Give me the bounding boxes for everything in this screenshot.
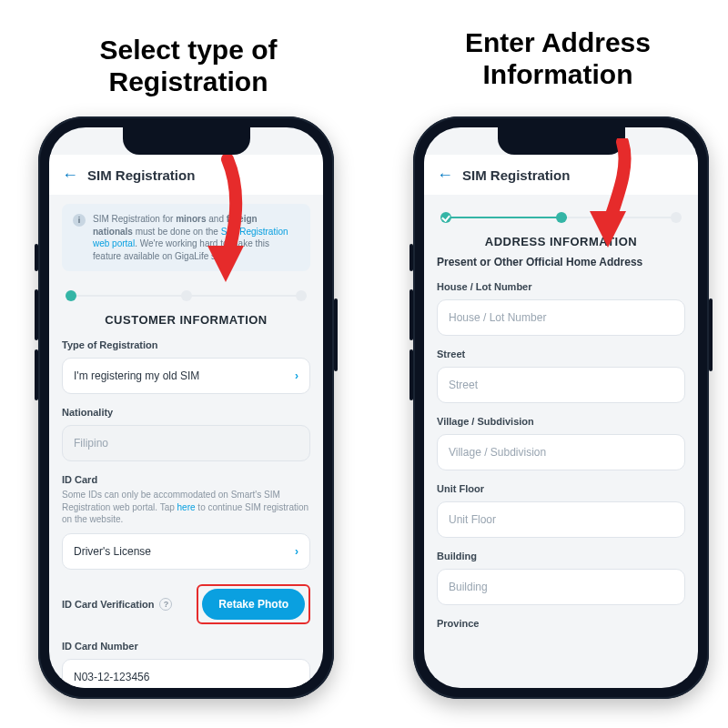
side-button xyxy=(35,289,38,340)
placeholder: House / Lot Number xyxy=(449,311,546,324)
notch xyxy=(123,127,250,155)
street-input[interactable]: Street xyxy=(437,367,685,403)
select-value: I'm registering my old SIM xyxy=(74,369,199,382)
building-input[interactable]: Building xyxy=(437,569,685,605)
label-building: Building xyxy=(437,551,685,561)
side-button xyxy=(35,349,38,400)
step-dot xyxy=(671,212,682,223)
label-idverify: ID Card Verification xyxy=(62,599,154,610)
section-title: ADDRESS INFORMATION xyxy=(437,235,685,248)
select-value: Driver's License xyxy=(74,545,151,558)
label-street: Street xyxy=(437,349,685,359)
label-idcard: ID Card xyxy=(62,474,310,485)
content-right: ADDRESS INFORMATION Present or Other Off… xyxy=(424,195,698,688)
step-dot-active xyxy=(556,212,567,223)
unit-floor-input[interactable]: Unit Floor xyxy=(437,501,685,538)
step-dot xyxy=(66,290,76,301)
caption-right: Enter Address Information xyxy=(408,27,708,90)
retake-photo-button[interactable]: Retake Photo xyxy=(202,589,305,620)
help-icon[interactable]: ? xyxy=(159,598,172,611)
chevron-right-icon: › xyxy=(295,545,298,558)
stepper xyxy=(440,209,682,226)
side-button xyxy=(334,298,338,371)
nationality-field: Filipino xyxy=(62,425,310,461)
phone-right: ← SIM Registration ADDRESS INFORMATION P… xyxy=(413,116,709,699)
chevron-right-icon: › xyxy=(295,369,298,382)
label-type: Type of Registration xyxy=(62,339,310,350)
appbar-title: SIM Registration xyxy=(87,167,195,183)
idcard-help: Some IDs can only be accommodated on Sma… xyxy=(62,489,310,526)
phone-left: ← SIM Registration i SIM Registration fo… xyxy=(38,116,334,699)
placeholder: Building xyxy=(449,581,488,593)
section-subtitle: Present or Other Official Home Address xyxy=(437,256,685,268)
side-button xyxy=(410,244,413,271)
id-card-select[interactable]: Driver's License › xyxy=(62,533,310,570)
label-village: Village / Subdivision xyxy=(437,416,685,427)
field-value: N03-12-123456 xyxy=(74,671,149,683)
screen-left: ← SIM Registration i SIM Registration fo… xyxy=(49,127,323,688)
side-button xyxy=(709,298,713,371)
back-icon[interactable]: ← xyxy=(62,167,78,183)
annotation-arrow-icon xyxy=(191,155,255,291)
id-verification-row: ID Card Verification ? Retake Photo xyxy=(62,584,310,624)
field-value: Filipino xyxy=(74,437,108,450)
label-house: House / Lot Number xyxy=(437,281,685,292)
side-button xyxy=(410,349,413,400)
id-number-input[interactable]: N03-12-123456 xyxy=(62,659,310,689)
step-dot xyxy=(296,290,307,301)
appbar: ← SIM Registration xyxy=(49,155,323,195)
back-icon[interactable]: ← xyxy=(437,167,453,183)
stepper xyxy=(66,288,307,304)
placeholder: Unit Floor xyxy=(449,513,496,526)
idcard-help-link[interactable]: here xyxy=(177,502,196,512)
caption-left: Select type of Registration xyxy=(38,35,339,97)
type-of-registration-select[interactable]: I'm registering my old SIM › xyxy=(62,358,310,394)
side-button xyxy=(410,289,413,340)
annotation-arrow-icon xyxy=(575,138,639,257)
house-lot-input[interactable]: House / Lot Number xyxy=(437,299,685,336)
step-dot xyxy=(181,290,192,301)
village-input[interactable]: Village / Subdivision xyxy=(437,434,685,470)
retake-photo-highlight: Retake Photo xyxy=(197,584,310,624)
appbar-title: SIM Registration xyxy=(462,167,570,183)
placeholder: Street xyxy=(449,379,478,391)
info-banner: i SIM Registration for minors and foreig… xyxy=(62,204,310,271)
info-icon: i xyxy=(73,214,86,227)
section-title: CUSTOMER INFORMATION xyxy=(62,313,310,327)
content-left: i SIM Registration for minors and foreig… xyxy=(49,195,323,688)
placeholder: Village / Subdivision xyxy=(449,446,546,459)
label-province: Province xyxy=(437,618,685,629)
label-nationality: Nationality xyxy=(62,407,310,418)
label-idnumber: ID Card Number xyxy=(62,641,310,652)
step-dot-complete xyxy=(440,212,451,223)
label-unit: Unit Floor xyxy=(437,483,685,494)
screen-right: ← SIM Registration ADDRESS INFORMATION P… xyxy=(424,127,698,688)
appbar: ← SIM Registration xyxy=(424,155,698,195)
side-button xyxy=(35,244,38,271)
